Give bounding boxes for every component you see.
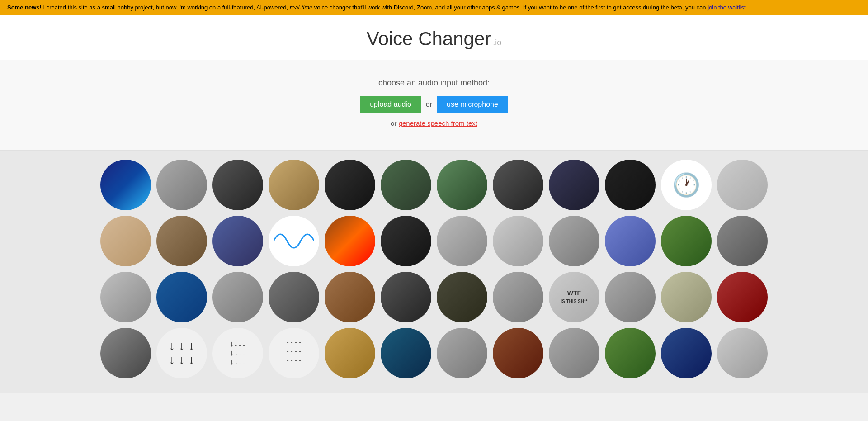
input-method-buttons: upload audio or use microphone	[0, 96, 868, 113]
generate-speech-row: or generate speech from text	[0, 119, 868, 127]
voice-circle-guitar[interactable]	[156, 160, 207, 210]
voice-circle-robot-chrome[interactable]	[605, 272, 656, 322]
voice-circle-clock[interactable]: 🕐	[661, 160, 712, 210]
generate-speech-link[interactable]: generate speech from text	[399, 119, 477, 127]
voice-circle-vendetta[interactable]	[605, 160, 656, 210]
voice-circle-robot-twins[interactable]	[437, 216, 487, 266]
voice-row-row2	[27, 216, 841, 266]
voice-circle-vintage-car[interactable]	[493, 328, 543, 378]
voice-circle-robot-blue[interactable]	[605, 216, 656, 266]
voice-circle-soldier[interactable]	[212, 272, 263, 322]
voice-circle-snail[interactable]	[661, 216, 712, 266]
voice-circle-mosquito[interactable]	[605, 328, 656, 378]
voice-row-row4: ↓ ↓ ↓↓ ↓ ↓↓↓↓↓↓↓↓↓↓↓↓↓↑↑↑↑↑↑↑↑↑↑↑↑	[27, 328, 841, 378]
choose-label: choose an audio input method:	[0, 78, 868, 88]
voice-circle-astronaut[interactable]	[100, 328, 151, 378]
voice-circle-sinewave[interactable]	[269, 216, 319, 266]
voice-circle-phone[interactable]	[325, 160, 375, 210]
voice-circle-demon[interactable]	[717, 272, 768, 322]
voice-circle-snake-lamp[interactable]	[549, 328, 599, 378]
voice-circle-toy-robot[interactable]	[549, 216, 599, 266]
voice-circle-cymbal[interactable]	[100, 216, 151, 266]
voice-circle-dark[interactable]	[381, 216, 431, 266]
banner-text: I created this site as a small hobby pro…	[42, 4, 290, 11]
voice-circle-treebeard[interactable]	[437, 272, 487, 322]
voice-circle-grey-alien[interactable]	[493, 160, 543, 210]
banner-text2: voice changer that'll work with Discord,…	[312, 4, 708, 11]
use-microphone-button[interactable]: use microphone	[437, 96, 508, 113]
voice-circle-hand[interactable]	[212, 160, 263, 210]
voice-circle-wood-box[interactable]	[325, 272, 375, 322]
voice-circle-wtf[interactable]: WTFIS THIS SH**	[549, 272, 599, 322]
site-header: Voice Changer.io	[0, 15, 868, 60]
generate-prefix: or	[391, 119, 399, 127]
voice-circle-megaphone[interactable]	[717, 328, 768, 378]
audio-controls: choose an audio input method: upload aud…	[0, 60, 868, 151]
announcement-banner: Some news! I created this site as a smal…	[0, 0, 868, 15]
voice-circle-sonic[interactable]	[156, 272, 207, 322]
voice-circle-dancer[interactable]	[100, 272, 151, 322]
voice-grid: 🕐WTFIS THIS SH**↓ ↓ ↓↓ ↓ ↓↓↓↓↓↓↓↓↓↓↓↓↓↑↑…	[0, 151, 868, 393]
banner-prefix: Some news!	[7, 4, 42, 11]
voice-circle-scuba[interactable]	[381, 328, 431, 378]
voice-circle-church[interactable]	[269, 160, 319, 210]
voice-circle-tortoise[interactable]	[717, 216, 768, 266]
voice-circle-alien[interactable]	[381, 160, 431, 210]
voice-circle-pianist[interactable]	[381, 272, 431, 322]
voice-circle-robot-art[interactable]	[549, 160, 599, 210]
voice-row-row1: 🕐	[27, 160, 841, 210]
voice-circle-synth[interactable]	[212, 216, 263, 266]
banner-italic: real-time	[290, 4, 313, 11]
voice-row-row3: WTFIS THIS SH**	[27, 272, 841, 322]
voice-circle-officer[interactable]	[493, 272, 543, 322]
voice-circle-tv-screen[interactable]	[437, 328, 487, 378]
voice-circle-toy-bot[interactable]	[661, 272, 712, 322]
voice-circle-fire-eye[interactable]	[325, 216, 375, 266]
voice-circle-clock-dali[interactable]	[437, 160, 487, 210]
or-separator: or	[426, 100, 432, 109]
voice-circle-arrows-up[interactable]: ↑↑↑↑↑↑↑↑↑↑↑↑	[269, 328, 319, 378]
voice-circle-arrows-down[interactable]: ↓ ↓ ↓↓ ↓ ↓	[156, 328, 207, 378]
upload-audio-button[interactable]: upload audio	[360, 96, 421, 113]
waitlist-link[interactable]: join the waitlist	[708, 4, 746, 11]
site-title: Voice Changer	[367, 28, 491, 49]
voice-circle-mech-blue[interactable]	[661, 328, 712, 378]
voice-circle-chipmunk[interactable]	[325, 328, 375, 378]
voice-circle-radio[interactable]	[717, 160, 768, 210]
voice-circle-dalek[interactable]	[156, 216, 207, 266]
site-subtitle: .io	[493, 38, 501, 47]
voice-circle-arrows-down2[interactable]: ↓↓↓↓↓↓↓↓↓↓↓↓	[212, 328, 263, 378]
voice-circle-wave[interactable]	[100, 160, 151, 210]
voice-circle-cards[interactable]	[269, 272, 319, 322]
voice-circle-robot-spider[interactable]	[493, 216, 543, 266]
